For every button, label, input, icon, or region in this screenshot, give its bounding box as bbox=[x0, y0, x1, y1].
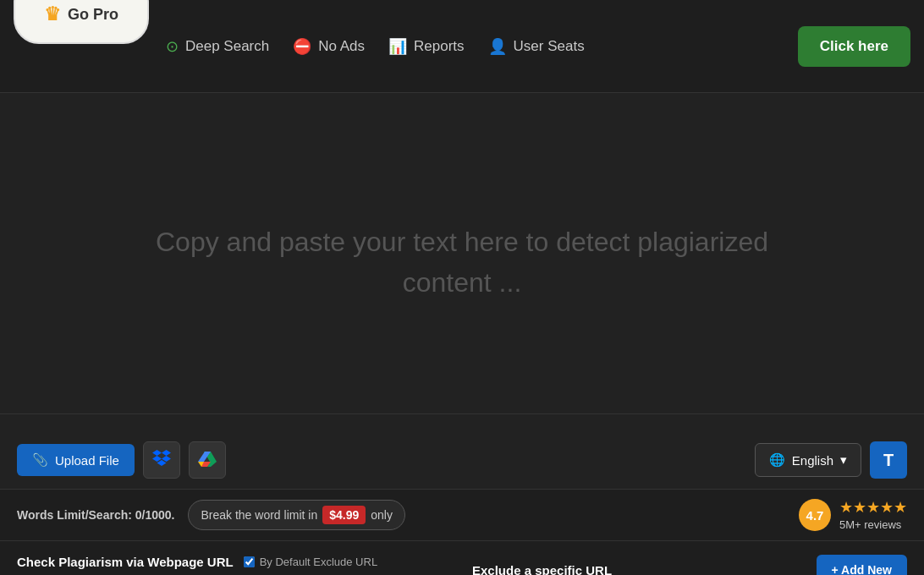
paperclip-icon: 📎 bbox=[32, 452, 48, 468]
rating-section: 4.7 ★★★★★ 5M+ reviews bbox=[799, 498, 907, 532]
crown-icon: ♛ bbox=[44, 3, 61, 25]
click-here-button[interactable]: Click here bbox=[798, 26, 910, 67]
header: ♛ Go Pro ⊙ Deep Search ⛔ No Ads 📊 Report… bbox=[0, 0, 924, 93]
url-section: Check Plagiarism via Webpage URL By Defa… bbox=[0, 541, 924, 575]
stars: ★★★★★ bbox=[839, 498, 907, 517]
upload-file-button[interactable]: 📎 Upload File bbox=[17, 444, 135, 476]
rating-details: ★★★★★ 5M+ reviews bbox=[839, 498, 907, 532]
url-label-row-left: Check Plagiarism via Webpage URL By Defa… bbox=[17, 555, 452, 569]
break-limit-pill[interactable]: Break the word limit in $4.99 only bbox=[188, 500, 404, 530]
language-dropdown[interactable]: 🌐 English ▾ bbox=[755, 443, 861, 477]
header-features: ⊙ Deep Search ⛔ No Ads 📊 Reports 👤 User … bbox=[166, 37, 781, 56]
upload-label: Upload File bbox=[55, 453, 119, 468]
main-content: Copy and paste your text here to detect … bbox=[0, 93, 924, 431]
dropbox-icon bbox=[152, 450, 171, 471]
deep-search-label: Deep Search bbox=[185, 38, 269, 55]
words-limit-text: Words Limit/Search: 0/1000. bbox=[17, 508, 174, 522]
exclude-url-checkbox-label[interactable]: By Default Exclude URL bbox=[244, 556, 377, 568]
url-left-label: Check Plagiarism via Webpage URL bbox=[17, 555, 234, 569]
globe-icon: 🌐 bbox=[769, 452, 785, 468]
price-suffix: only bbox=[371, 508, 393, 522]
text-area-wrapper[interactable]: Copy and paste your text here to detect … bbox=[0, 110, 924, 414]
user-seats-label: User Seats bbox=[514, 38, 585, 55]
user-seats-icon: 👤 bbox=[488, 37, 507, 56]
language-label: English bbox=[792, 453, 833, 468]
url-group-right: Exclude a specific URL + Add New 🔗 bbox=[472, 555, 907, 575]
break-text: Break the word limit in bbox=[201, 508, 317, 522]
feature-user-seats: 👤 User Seats bbox=[488, 37, 585, 56]
deep-search-icon: ⊙ bbox=[166, 37, 179, 56]
price-badge: $4.99 bbox=[322, 506, 366, 524]
feature-deep-search: ⊙ Deep Search bbox=[166, 37, 269, 56]
checkbox-text: By Default Exclude URL bbox=[260, 556, 377, 568]
rating-badge: 4.7 bbox=[799, 499, 831, 531]
exclude-url-checkbox[interactable] bbox=[244, 556, 255, 567]
text-format-button[interactable]: T bbox=[870, 441, 907, 479]
toolbar: 📎 Upload File 🌐 English bbox=[0, 431, 924, 490]
no-ads-label: No Ads bbox=[318, 38, 365, 55]
text-area-placeholder: Copy and paste your text here to detect … bbox=[124, 222, 800, 303]
url-right-label: Exclude a specific URL bbox=[472, 563, 612, 576]
no-ads-icon: ⛔ bbox=[293, 37, 311, 56]
chevron-down-icon: ▾ bbox=[840, 452, 847, 468]
reports-icon: 📊 bbox=[388, 37, 407, 56]
feature-reports: 📊 Reports bbox=[388, 37, 465, 56]
go-pro-badge[interactable]: ♛ Go Pro bbox=[14, 0, 149, 44]
url-group-left: Check Plagiarism via Webpage URL By Defa… bbox=[17, 555, 452, 575]
dropbox-button[interactable] bbox=[143, 441, 180, 479]
words-limit-bar: Words Limit/Search: 0/1000. Break the wo… bbox=[0, 490, 924, 541]
reviews-text: 5M+ reviews bbox=[839, 518, 901, 531]
feature-no-ads: ⛔ No Ads bbox=[293, 37, 365, 56]
text-icon: T bbox=[883, 451, 894, 470]
add-new-button[interactable]: + Add New bbox=[817, 555, 907, 575]
url-right-header: Exclude a specific URL + Add New bbox=[472, 555, 907, 575]
google-drive-icon bbox=[198, 450, 217, 471]
go-pro-label: Go Pro bbox=[68, 6, 118, 24]
reports-label: Reports bbox=[414, 38, 465, 55]
google-drive-button[interactable] bbox=[189, 441, 226, 479]
